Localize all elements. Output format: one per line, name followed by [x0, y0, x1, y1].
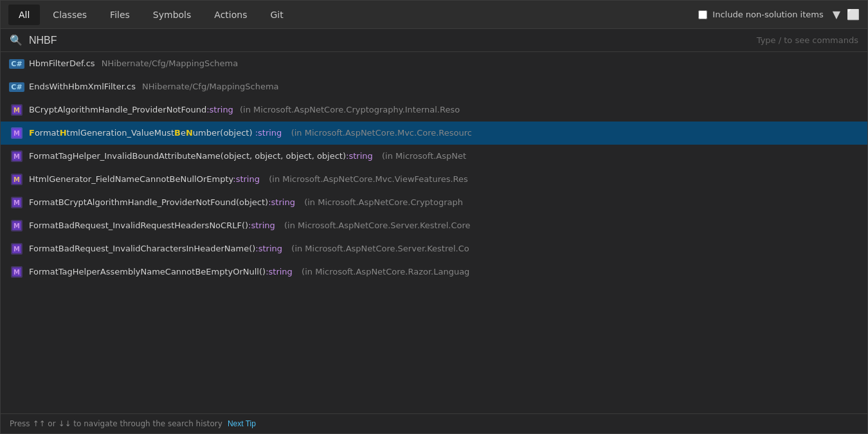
cs-icon: C#	[9, 82, 24, 92]
tab-bar: All Classes Files Symbols Actions Git In…	[1, 1, 867, 29]
in-namespace: (in Microsoft.AspNetCore.Mvc.ViewFeature…	[266, 174, 468, 184]
include-nonsolution-area: Include non-solution items	[698, 10, 823, 19]
result-text: FormatTagHelper_InvalidBoundAttributeNam…	[29, 150, 858, 162]
result-item[interactable]: M FormatBCryptAlgorithmHandle_ProviderNo…	[1, 191, 867, 214]
result-text: FormatTagHelperAssemblyNameCannotBeEmpty…	[29, 266, 858, 278]
type-string: :string	[255, 244, 282, 253]
result-icon-method: M	[10, 126, 24, 140]
result-item[interactable]: M BCryptAlgorithmHandle_ProviderNotFound…	[1, 98, 867, 122]
highlight-b: B	[174, 128, 181, 138]
type-string: :string	[233, 174, 260, 184]
tab-all[interactable]: All	[8, 5, 40, 25]
result-icon-method: M	[10, 242, 24, 256]
type-string: :string	[268, 197, 295, 207]
tip-bar: Press ↑↑ or ↓↓ to navigate through the s…	[1, 413, 867, 433]
tab-classes[interactable]: Classes	[42, 5, 97, 25]
method-name: FormatBCryptAlgorithmHandle_ProviderNotF…	[29, 197, 268, 207]
result-icon-cs: C#	[10, 57, 24, 71]
in-namespace: (in Microsoft.AspNet	[379, 151, 466, 161]
result-item-selected[interactable]: M FormatHtmlGeneration_ValueMustBeNumber…	[1, 122, 867, 145]
search-container: All Classes Files Symbols Actions Git In…	[0, 0, 868, 434]
in-namespace: (in Microsoft.AspNetCore.Razor.Languag	[299, 267, 469, 276]
svg-text:M: M	[14, 107, 20, 114]
result-icon-method: M	[10, 103, 24, 117]
text-part: ormat	[35, 128, 60, 138]
svg-text:M: M	[14, 153, 20, 160]
method-name: FormatHtmlGeneration_ValueMustBeNumber(o…	[29, 128, 255, 138]
highlight-f: F	[29, 128, 35, 138]
type-string: :string	[248, 221, 275, 230]
tab-git[interactable]: Git	[260, 5, 293, 25]
text-part: umber(object)	[193, 128, 253, 138]
result-item[interactable]: M FormatTagHelperAssemblyNameCannotBeEmp…	[1, 260, 867, 284]
filter-icon[interactable]: ▼	[833, 8, 840, 21]
in-namespace: (in Microsoft.AspNetCore.Cryptography.In…	[240, 105, 460, 114]
result-icon-method: M	[10, 149, 24, 163]
result-item[interactable]: M FormatBadRequest_InvalidCharactersInHe…	[1, 237, 867, 260]
result-namespace: NHibernate/Cfg/MappingSchema	[102, 59, 239, 68]
method-name: FormatTagHelper_InvalidBoundAttributeNam…	[29, 151, 346, 161]
result-item[interactable]: M HtmlGenerator_FieldNameCannotBeNullOrE…	[1, 168, 867, 191]
result-filename: EndsWithHbmXmlFilter.cs	[29, 82, 136, 91]
svg-text:M: M	[14, 176, 20, 183]
result-item[interactable]: C# EndsWithHbmXmlFilter.cs NHibernate/Cf…	[1, 75, 867, 98]
tab-files[interactable]: Files	[100, 5, 140, 25]
type-string: :string	[206, 105, 233, 114]
result-text: HtmlGenerator_FieldNameCannotBeNullOrEmp…	[29, 174, 858, 185]
result-filename: HbmFilterDef.cs	[29, 59, 95, 68]
search-icon: 🔍	[10, 34, 23, 46]
type-string: :string	[346, 151, 373, 161]
search-input-row: 🔍 Type / to see commands	[1, 29, 867, 52]
svg-text:M: M	[14, 269, 20, 276]
result-item[interactable]: C# HbmFilterDef.cs NHibernate/Cfg/Mappin…	[1, 52, 867, 75]
result-text: BCryptAlgorithmHandle_ProviderNotFound:s…	[29, 104, 858, 116]
highlight-n: N	[186, 128, 193, 138]
type-hint: Type / to see commands	[757, 35, 858, 45]
svg-text:M: M	[14, 222, 20, 230]
result-icon-method: M	[10, 219, 24, 233]
results-list: C# HbmFilterDef.cs NHibernate/Cfg/Mappin…	[1, 52, 867, 413]
method-name: FormatBadRequest_InvalidRequestHeadersNo…	[29, 221, 248, 230]
method-name: FormatBadRequest_InvalidCharactersInHead…	[29, 244, 255, 253]
result-text: EndsWithHbmXmlFilter.cs NHibernate/Cfg/M…	[29, 81, 858, 93]
result-text: HbmFilterDef.cs NHibernate/Cfg/MappingSc…	[29, 58, 858, 69]
layout-icon[interactable]: ⬜	[847, 8, 860, 21]
in-namespace: (in Microsoft.AspNetCore.Mvc.Core.Resour…	[289, 128, 472, 138]
result-icon-method: M	[10, 195, 24, 210]
result-text: FormatBadRequest_InvalidCharactersInHead…	[29, 243, 858, 255]
text-part: tmlGeneration_ValueMust	[67, 128, 174, 138]
tab-actions[interactable]: Actions	[204, 5, 257, 25]
result-text: FormatBCryptAlgorithmHandle_ProviderNotF…	[29, 197, 858, 208]
in-namespace: (in Microsoft.AspNetCore.Server.Kestrel.…	[282, 221, 471, 230]
text-part: e	[181, 128, 186, 138]
highlight-h: H	[60, 128, 67, 138]
svg-text:M: M	[14, 246, 20, 253]
tip-text: Press ↑↑ or ↓↓ to navigate through the s…	[10, 419, 222, 428]
result-icon-cs: C#	[10, 80, 24, 94]
type-string: :string	[266, 267, 293, 276]
search-input[interactable]	[29, 35, 757, 46]
svg-text:M: M	[14, 130, 20, 137]
type-string: :string	[255, 128, 282, 138]
result-text: FormatHtmlGeneration_ValueMustBeNumber(o…	[29, 127, 858, 139]
svg-text:M: M	[14, 199, 20, 206]
result-item[interactable]: M FormatBadRequest_InvalidRequestHeaders…	[1, 214, 867, 237]
in-namespace: (in Microsoft.AspNetCore.Cryptograph	[302, 197, 463, 207]
tab-symbols[interactable]: Symbols	[143, 5, 201, 25]
cs-icon: C#	[9, 59, 24, 69]
method-name: HtmlGenerator_FieldNameCannotBeNullOrEmp…	[29, 174, 233, 184]
result-icon-method: M	[10, 172, 24, 186]
in-namespace: (in Microsoft.AspNetCore.Server.Kestrel.…	[289, 244, 469, 253]
include-nonsolution-label: Include non-solution items	[712, 10, 823, 19]
include-nonsolution-checkbox[interactable]	[698, 10, 707, 19]
result-icon-method: M	[10, 265, 24, 279]
result-namespace: NHibernate/Cfg/MappingSchema	[142, 82, 279, 91]
result-text: FormatBadRequest_InvalidRequestHeadersNo…	[29, 220, 858, 231]
method-name: FormatTagHelperAssemblyNameCannotBeEmpty…	[29, 267, 266, 276]
result-item[interactable]: M FormatTagHelper_InvalidBoundAttributeN…	[1, 145, 867, 168]
next-tip-button[interactable]: Next Tip	[228, 419, 256, 428]
method-name: BCryptAlgorithmHandle_ProviderNotFound	[29, 105, 206, 114]
